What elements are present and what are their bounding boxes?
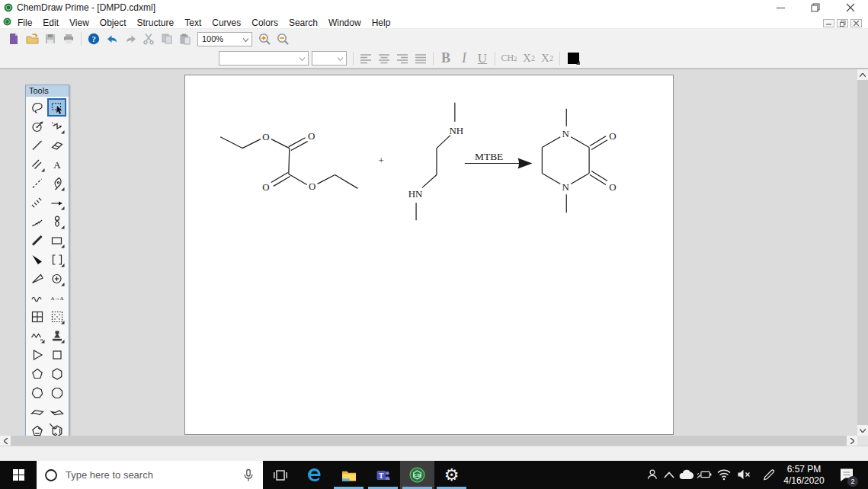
taskbar-settings-button[interactable]: ⚙ [434,461,469,489]
align-justify-button[interactable] [412,50,430,67]
horizontal-scrollbar[interactable] [0,436,857,446]
chair-cyclohexane-alt-tool-button[interactable] [47,403,66,421]
scroll-up-button[interactable] [857,69,868,80]
italic-button[interactable]: I [455,50,473,67]
cyclohexane-ring-tool-button[interactable] [47,365,66,383]
menu-help[interactable]: Help [367,16,396,30]
font-size-combobox[interactable] [312,51,347,66]
superscript-button[interactable]: X2 [538,50,556,67]
restore-button[interactable] [798,0,833,15]
redo-button[interactable] [121,30,139,47]
polymer-tool-button[interactable]: n [27,327,46,345]
stamp-tool-button[interactable] [47,327,66,345]
menu-file[interactable]: File [12,16,37,30]
taskbar-edge-button[interactable] [297,461,332,489]
close-button[interactable] [833,0,868,15]
scroll-down-button[interactable] [857,425,868,436]
orbital-tool-button[interactable] [47,213,66,231]
cyclobutane-ring-tool-button[interactable] [47,346,66,364]
cut-button[interactable] [139,30,158,47]
zoom-level-combobox[interactable]: 100% [197,32,252,46]
atom-mapping-tool-button[interactable]: A→A [47,289,66,307]
zoom-in-button[interactable] [255,30,274,47]
start-button[interactable] [0,461,37,489]
bold-bond-tool-button[interactable] [27,232,46,250]
taskbar-teams-button[interactable]: T [366,461,400,489]
action-center-button[interactable]: 2 [838,468,857,483]
copy-button[interactable] [158,30,176,47]
print-button[interactable] [59,30,78,47]
wifi-icon[interactable] [716,467,732,482]
molecule-diethyl-oxalate[interactable] [220,137,357,189]
align-center-button[interactable] [375,50,393,67]
arrow-tool-button[interactable] [47,193,66,212]
pen-tool-button[interactable] [47,174,66,193]
menu-view[interactable]: View [64,16,94,30]
cyclopentane-ring-tool-button[interactable] [27,365,46,383]
taskbar-file-explorer-button[interactable] [332,461,366,489]
menu-text[interactable]: Text [179,16,207,30]
hashed-wedge-bond-tool-button[interactable] [27,213,46,231]
scroll-right-button[interactable] [847,436,857,446]
hashed-bond-tool-button[interactable] [27,193,46,212]
charge-symbol-tool-button[interactable] [47,270,66,288]
zoom-out-button[interactable] [274,30,292,47]
template-tool-button[interactable] [47,308,66,326]
font-name-combobox[interactable] [219,51,309,66]
save-button[interactable] [41,30,59,47]
mdi-restore-button[interactable] [837,19,848,27]
show-hidden-icons-button[interactable] [661,467,677,482]
eraser-tool-button[interactable] [47,136,66,155]
microphone-icon[interactable] [242,468,255,482]
people-icon[interactable] [645,467,660,482]
tools-palette[interactable]: Tools AA→An [25,85,69,443]
menu-edit[interactable]: Edit [37,16,64,30]
align-right-button[interactable] [393,50,412,67]
chemical-formula-button[interactable]: CH2 [498,50,520,67]
taskbar-search[interactable]: Type here to search [37,461,263,489]
bracket-tool-button[interactable] [47,251,66,269]
volume-muted-icon[interactable] [736,467,751,482]
taskbar-chemdraw-button[interactable]: CD [400,461,434,489]
subscript-button[interactable]: X2 [520,50,538,67]
undo-button[interactable] [103,30,121,47]
open-button[interactable] [23,30,41,47]
marquee-tool-button[interactable] [47,98,66,117]
onedrive-icon[interactable] [678,467,693,482]
mdi-close-button[interactable] [850,19,862,27]
menu-window[interactable]: Window [323,16,367,30]
table-tool-button[interactable] [27,308,46,326]
minimize-button[interactable] [763,0,798,15]
chair-cyclohexane-tool-button[interactable] [27,403,46,421]
bold-button[interactable]: B [437,50,455,67]
chain-tool-button[interactable] [47,117,66,136]
rectangle-tool-button[interactable] [47,232,66,250]
cycloheptane-ring-tool-button[interactable] [27,384,46,402]
wedge-bond-tool-button[interactable] [27,251,46,269]
battery-icon[interactable] [697,467,712,482]
cyclopropane-ring-tool-button[interactable] [27,346,46,364]
wavy-bond-tool-button[interactable] [27,289,46,307]
scroll-left-button[interactable] [0,436,11,446]
align-left-button[interactable] [357,50,375,67]
taskbar-clock[interactable]: 6:57 PM 4/16/2020 [779,464,829,487]
multiple-bond-tool-button[interactable] [27,155,46,174]
text-tool-button[interactable]: A [47,155,66,174]
color-swatch-button[interactable] [568,53,579,64]
menu-search[interactable]: Search [283,16,323,30]
help-button[interactable]: ? [85,30,103,47]
menu-colors[interactable]: Colors [246,16,283,30]
cyclooctane-ring-tool-button[interactable] [47,384,66,402]
dashed-bond-tool-button[interactable] [27,174,46,193]
canvas-page[interactable]: O O O O + NH HN MTBE N N O O [184,75,674,435]
solid-bond-tool-button[interactable] [27,136,46,155]
molecule-dimethylpiperazinedione[interactable] [542,109,607,213]
underline-button[interactable]: U [473,50,492,67]
menu-structure[interactable]: Structure [132,16,180,30]
new-document-button[interactable] [5,30,23,47]
menu-curves[interactable]: Curves [207,16,246,30]
pen-icon[interactable] [761,467,776,482]
menu-object[interactable]: Object [94,16,132,30]
mdi-minimize-button[interactable] [823,19,834,27]
vertical-scrollbar[interactable] [857,69,868,436]
